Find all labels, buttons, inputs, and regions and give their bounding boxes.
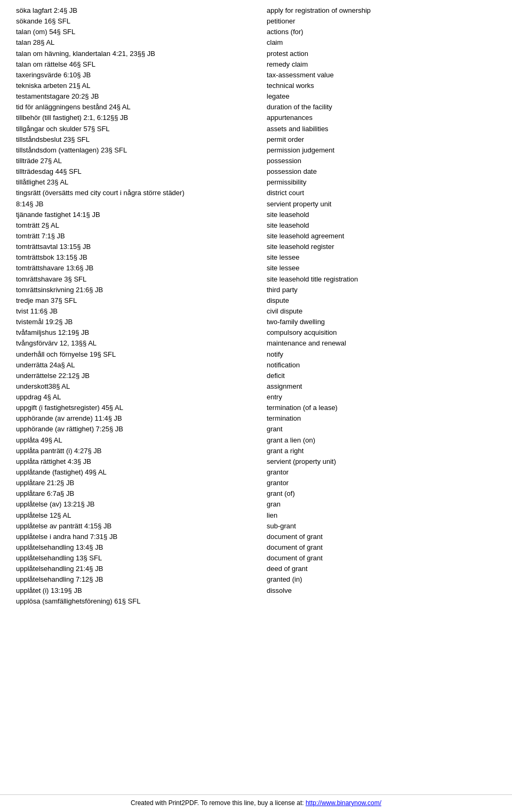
left-entry-42: upplåta rättighet 4:3§ JB bbox=[16, 456, 245, 467]
left-entry-14: tillträde 27§ AL bbox=[16, 156, 245, 166]
left-entry-2: talan (om) 54§ SFL bbox=[16, 27, 245, 37]
right-entry-9: duration of the facility bbox=[267, 102, 496, 112]
left-entry-54: upplåtet (i) 13:19§ JB bbox=[16, 585, 245, 596]
left-entry-37: uppgift (i fastighetsregister) 45§ AL bbox=[16, 403, 245, 413]
right-entry-7: technical works bbox=[267, 81, 496, 91]
right-entry-37: entry bbox=[267, 392, 496, 403]
left-entry-43: upplåtande (fastighet) 49§ AL bbox=[16, 467, 245, 478]
right-entry-32: maintenance and renewal bbox=[267, 338, 496, 349]
right-entry-5: remedy claim bbox=[267, 59, 496, 70]
right-entry-14: possession bbox=[267, 156, 496, 166]
left-entry-5: talan om rättelse 46§ SFL bbox=[16, 59, 245, 70]
footer-link[interactable]: http://www.binarynow.com/ bbox=[306, 799, 381, 807]
left-entry-44: upplåtare 21:2§ JB bbox=[16, 478, 245, 488]
left-entry-0: söka lagfart 2:4§ JB bbox=[16, 5, 245, 16]
right-entry-6: tax-assessment value bbox=[267, 70, 496, 81]
right-entry-26: site leasehold title registration bbox=[267, 274, 496, 285]
left-entry-38: upphörande (av arrende) 11:4§ JB bbox=[16, 413, 245, 424]
right-entry-10: appurtenances bbox=[267, 112, 496, 123]
right-entry-43: servient (property unit) bbox=[267, 456, 496, 467]
left-entry-9: tid för anläggningens bestånd 24§ AL bbox=[16, 102, 245, 112]
left-entry-36: uppdrag 4§ AL bbox=[16, 392, 245, 403]
right-entry-53: deed of grant bbox=[267, 564, 496, 574]
right-entry-36: assignment bbox=[267, 381, 496, 392]
right-entry-8: legatee bbox=[267, 91, 496, 102]
left-entry-52: upplåtelsehandling 21:4§ JB bbox=[16, 564, 245, 574]
left-entry-26: tomrättsinskrivning 21:6§ JB bbox=[16, 285, 245, 295]
left-entry-3: talan 28§ AL bbox=[16, 37, 245, 48]
left-entry-7: tekniska arbeten 21§ AL bbox=[16, 81, 245, 91]
left-entry-1: sökande 16§ SFL bbox=[16, 16, 245, 27]
right-entry-30: two-family dwelling bbox=[267, 317, 496, 327]
left-entry-34: underrättelse 22:12§ JB bbox=[16, 371, 245, 381]
left-entry-13: tillståndsdom (vattenlagen) 23§ SFL bbox=[16, 145, 245, 156]
right-entry-40: grant bbox=[267, 424, 496, 435]
right-entry-27: third party bbox=[267, 285, 496, 295]
left-entry-8: testamentstagare 20:2§ JB bbox=[16, 91, 245, 102]
page: söka lagfart 2:4§ JBsökande 16§ SFLtalan… bbox=[0, 0, 512, 812]
right-entry-19: servient property unit bbox=[267, 199, 496, 210]
left-entry-23: tomträttsbok 13:15§ JB bbox=[16, 252, 245, 263]
right-entry-24: site lessee bbox=[267, 252, 496, 263]
left-entry-51: upplåtelsehandling 13§ SFL bbox=[16, 553, 245, 564]
right-entry-44: grantor bbox=[267, 467, 496, 478]
left-entry-53: upplåtelsehandling 7:12§ JB bbox=[16, 574, 245, 585]
right-entry-20: site leasehold bbox=[267, 210, 496, 220]
right-entry-47: gran bbox=[267, 499, 496, 510]
left-entry-46: upplåtelse (av) 13:21§ JB bbox=[16, 499, 245, 510]
right-entry-21: site leasehold bbox=[267, 220, 496, 231]
right-entry-48: lien bbox=[267, 510, 496, 521]
left-entry-32: underhåll och förnyelse 19§ SFL bbox=[16, 349, 245, 360]
right-entry-35: deficit bbox=[267, 371, 496, 381]
left-entry-11: tillgångar och skulder 57§ SFL bbox=[16, 124, 245, 134]
left-entry-12: tillståndsbeslut 23§ SFL bbox=[16, 134, 245, 145]
left-entry-49: upplåtelse i andra hand 7:31§ JB bbox=[16, 532, 245, 542]
left-entry-33: underrätta 24a§ AL bbox=[16, 360, 245, 371]
right-entry-54: granted (in) bbox=[267, 574, 496, 585]
left-entry-47: upplåtelse 12§ AL bbox=[16, 510, 245, 521]
left-entry-27: tredje man 37§ SFL bbox=[16, 295, 245, 306]
right-entry-3: claim bbox=[267, 37, 496, 48]
footer: Created with Print2PDF. To remove this l… bbox=[0, 794, 512, 807]
right-entry-29: civil dispute bbox=[267, 306, 496, 317]
right-entry-16: permissibility bbox=[267, 177, 496, 188]
right-entry-51: document of grant bbox=[267, 542, 496, 553]
right-entry-38: termination (of a lease) bbox=[267, 403, 496, 413]
left-entry-45: upplåtare 6:7a§ JB bbox=[16, 488, 245, 499]
right-entry-11: assets and liabilities bbox=[267, 124, 496, 134]
left-entry-4: talan om hävning, klandertalan 4:21, 23§… bbox=[16, 49, 245, 59]
left-entry-40: upplåta 49§ AL bbox=[16, 435, 245, 446]
left-entry-16: tillåtlighet 23§ AL bbox=[16, 177, 245, 188]
right-entry-1: petitioner bbox=[267, 16, 496, 27]
left-entry-48: upplåtelse av panträtt 4:15§ JB bbox=[16, 521, 245, 532]
left-entry-22: tomträttsavtal 13:15§ JB bbox=[16, 242, 245, 252]
left-entry-31: tvångsförvärv 12, 13§§ AL bbox=[16, 338, 245, 349]
right-entry-49: sub-grant bbox=[267, 521, 496, 532]
left-entry-10: tillbehör (till fastighet) 2:1, 6:12§§ J… bbox=[16, 112, 245, 123]
left-entry-19: tjänande fastighet 14:1§ JB bbox=[16, 210, 245, 220]
right-entry-15: possession date bbox=[267, 166, 496, 177]
left-entry-30: tvåfamiljshus 12:19§ JB bbox=[16, 327, 245, 338]
right-entry-25: site lessee bbox=[267, 263, 496, 274]
left-entry-20: tomträtt 2§ AL bbox=[16, 220, 245, 231]
footer-text: Created with Print2PDF. To remove this l… bbox=[131, 799, 306, 807]
right-column: apply for registration of ownershippetit… bbox=[256, 5, 496, 607]
left-entry-15: tillträdesdag 44§ SFL bbox=[16, 166, 245, 177]
right-entry-18: district court bbox=[267, 188, 496, 198]
left-entry-25: tomrättshavare 3§ SFL bbox=[16, 274, 245, 285]
right-entry-50: document of grant bbox=[267, 532, 496, 542]
left-entry-29: tvistemål 19:2§ JB bbox=[16, 317, 245, 327]
right-entry-33: notify bbox=[267, 349, 496, 360]
right-entry-28: dispute bbox=[267, 295, 496, 306]
right-entry-42: grant a right bbox=[267, 446, 496, 456]
right-entry-34: notification bbox=[267, 360, 496, 371]
content-columns: söka lagfart 2:4§ JBsökande 16§ SFLtalan… bbox=[16, 5, 496, 607]
right-entry-22: site leasehold agreement bbox=[267, 231, 496, 242]
right-entry-41: grant a lien (on) bbox=[267, 435, 496, 446]
left-entry-55: upplösa (samfällighetsförening) 61§ SFL bbox=[16, 596, 245, 607]
right-entry-0: apply for registration of ownership bbox=[267, 5, 496, 16]
left-entry-28: tvist 11:6§ JB bbox=[16, 306, 245, 317]
right-entry-4: protest action bbox=[267, 49, 496, 59]
right-entry-2: actions (for) bbox=[267, 27, 496, 37]
right-entry-55: dissolve bbox=[267, 585, 496, 596]
